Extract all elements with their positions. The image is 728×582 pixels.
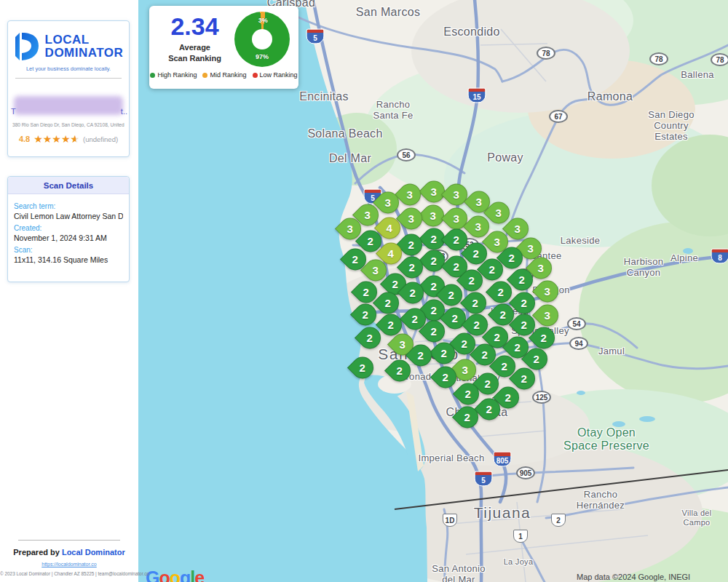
map-pin-rank-2[interactable]: 2: [402, 282, 424, 303]
map-pin-rank-3[interactable]: 3: [520, 237, 542, 259]
logo-tagline: Let your business dominate locally.: [12, 65, 124, 72]
map-pin-rank-2[interactable]: 2: [352, 356, 373, 378]
divider: [15, 78, 122, 79]
map-pin-rank-4[interactable]: 4: [379, 217, 400, 239]
state-route-shield: 905: [516, 466, 535, 479]
map-pin-rank-2[interactable]: 2: [377, 292, 399, 314]
search-term-label: Search term:: [14, 202, 123, 210]
map-label: Del Mar: [329, 152, 371, 165]
average-scan-ranking-value: 2.34: [155, 13, 234, 39]
business-card: LOCAL DOMINATOR Let your business domina…: [7, 20, 130, 157]
map-pin-rank-2[interactable]: 2: [461, 269, 483, 291]
map-pin-rank-2[interactable]: 2: [355, 303, 376, 325]
map-pin-rank-2[interactable]: 2: [501, 247, 523, 268]
map-label: La Joya: [504, 557, 534, 567]
interstate-route-shield: 5: [306, 29, 325, 44]
map-label: Rancho Hernández: [577, 490, 625, 511]
map-pin-rank-2[interactable]: 2: [490, 281, 512, 303]
map-pin-rank-3[interactable]: 3: [399, 183, 421, 205]
half-star-icon: ★★: [70, 134, 79, 144]
ranking-legend: High RankingMid RankingLow Ranking: [155, 71, 293, 79]
map-label: Harbison Canyon: [624, 257, 663, 279]
map-pin-rank-2[interactable]: 2: [513, 292, 535, 314]
sidebar: LOCAL DOMINATOR Let your business domina…: [0, 0, 138, 582]
business-rating: 4.8 ★★★★★★ (undefined): [12, 134, 124, 144]
map-pin-rank-2[interactable]: 2: [423, 250, 445, 271]
map-pin-rank-2[interactable]: 2: [464, 292, 486, 314]
map-label: Villa del Campo: [681, 509, 711, 527]
donut-high-pct: 97%: [256, 53, 269, 60]
prepared-by: Prepared by Local Dominator: [0, 548, 138, 557]
map-pin-rank-2[interactable]: 2: [359, 327, 381, 348]
search-term-value: Civil Lemon Law Attorney San Diego: [14, 212, 123, 220]
map-label: Escondido: [443, 25, 499, 39]
interstate-route-shield: 15: [468, 88, 486, 103]
map-pin-rank-2[interactable]: 2: [446, 228, 467, 250]
map-pin-rank-2[interactable]: 2: [511, 268, 533, 290]
logo-wordmark: LOCAL DOMINATOR: [45, 33, 124, 60]
state-route-shield: 78: [711, 53, 728, 66]
local-dominator-logo-icon: [14, 31, 40, 62]
website-link[interactable]: https://localdominator.co: [0, 562, 138, 567]
map-pin-rank-3[interactable]: 3: [422, 204, 444, 226]
map-label: San Antonio del Mar: [432, 564, 485, 582]
map-pin-rank-2[interactable]: 2: [481, 258, 503, 280]
legend-dot-icon: [253, 73, 258, 78]
legend-item: Low Ranking: [253, 71, 298, 79]
map-pin-rank-3[interactable]: 3: [400, 207, 422, 229]
state-route-shield: 125: [532, 391, 551, 404]
divider: [18, 540, 120, 541]
map-label: Alpine: [670, 253, 698, 264]
created-label: Created:: [14, 224, 123, 232]
map-pin-rank-2[interactable]: 2: [478, 398, 500, 420]
interstate-route-shield: 5: [475, 471, 493, 487]
map-label: Tijuana: [474, 504, 531, 522]
map-pin-rank-2[interactable]: 2: [389, 359, 411, 381]
map-pin-rank-3[interactable]: 3: [365, 259, 387, 281]
map-pin-rank-2[interactable]: 2: [526, 348, 547, 370]
map-pin-rank-2[interactable]: 2: [513, 314, 535, 335]
interstate-route-shield: 8: [711, 249, 728, 264]
ranking-donut-chart: 3% 97%: [234, 12, 290, 67]
map-pin-rank-3[interactable]: 3: [377, 191, 399, 213]
map-pin-rank-3[interactable]: 3: [530, 257, 552, 279]
star-rating-icons: ★★★★★★: [33, 134, 79, 144]
business-name-masked-text: T t..: [11, 107, 127, 116]
scan-size-label: Scan:: [14, 246, 123, 254]
state-route-shield: 94: [569, 337, 588, 350]
sidebar-footer: Prepared by Local Dominator https://loca…: [0, 540, 138, 576]
map-pin-rank-2[interactable]: 2: [355, 281, 377, 303]
map-pin-rank-2[interactable]: 2: [433, 342, 455, 364]
map-pin-rank-3[interactable]: 3: [454, 359, 476, 380]
map-label: Imperial Beach: [419, 453, 485, 464]
copyright-line: © 2023 Local Dominator | Chandler AZ 852…: [0, 571, 138, 576]
mx-route-shield: 1D: [443, 514, 457, 527]
state-route-shield: 56: [397, 148, 416, 162]
mx-route-shield: 2: [551, 514, 566, 527]
map-label: Solana Beach: [307, 127, 382, 140]
map-pin-rank-3[interactable]: 3: [537, 304, 558, 326]
donut-mid-pct: 3%: [258, 17, 268, 24]
map-pin-rank-2[interactable]: 2: [456, 406, 478, 428]
map-pin-rank-3[interactable]: 3: [537, 280, 558, 302]
map-pin-rank-2[interactable]: 2: [497, 386, 519, 408]
map-pin-rank-2[interactable]: 2: [400, 234, 422, 255]
local-dominator-report: LOCAL DOMINATOR Let your business domina…: [0, 0, 728, 582]
state-route-shield: 67: [549, 110, 568, 123]
map-pin-rank-2[interactable]: 2: [423, 320, 445, 342]
star-icon: ★: [61, 134, 71, 144]
map-label: Ramona: [587, 90, 633, 103]
map-pin-rank-2[interactable]: 2: [435, 366, 456, 388]
map-pin-rank-2[interactable]: 2: [533, 327, 555, 348]
legend-dot-icon: [150, 73, 155, 78]
map-pin-rank-2[interactable]: 2: [410, 344, 432, 366]
map-label: Ballena: [681, 70, 713, 81]
map-pin-rank-3[interactable]: 3: [507, 218, 529, 239]
logo: LOCAL DOMINATOR: [12, 31, 124, 62]
map-pin-rank-3[interactable]: 3: [339, 218, 361, 239]
map-pin-rank-2[interactable]: 2: [477, 372, 499, 394]
map-pin-rank-2[interactable]: 2: [380, 314, 402, 335]
map-pin-rank-2[interactable]: 2: [457, 383, 479, 404]
map-pin-rank-3[interactable]: 3: [423, 180, 445, 202]
average-scan-ranking-label: Average Scan Ranking: [155, 42, 234, 64]
